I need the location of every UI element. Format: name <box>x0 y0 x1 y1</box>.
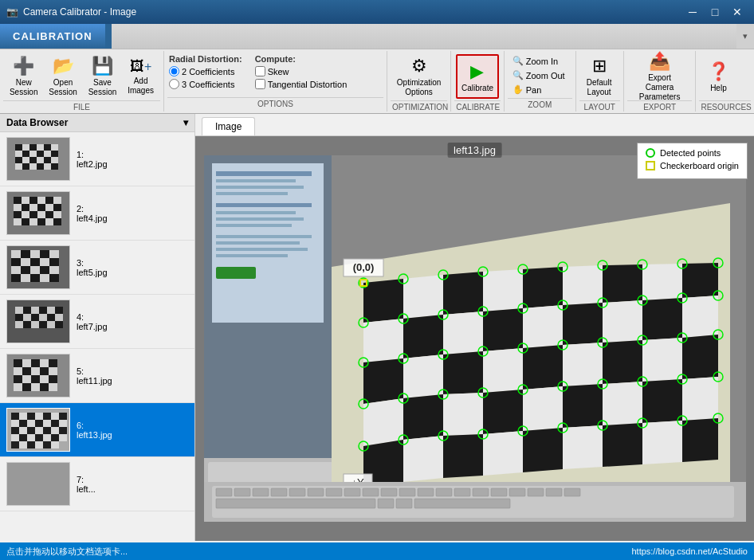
svg-marker-171 <box>563 265 603 305</box>
svg-rect-73 <box>23 307 31 314</box>
list-item[interactable]: 1: left2.jpg <box>0 132 194 186</box>
list-item[interactable]: 7: left... <box>0 457 194 511</box>
options-group-label: OPTIONS <box>167 97 383 110</box>
sidebar-collapse-icon[interactable]: ▾ <box>183 117 188 128</box>
export-group-label: EXPORT <box>627 100 693 113</box>
add-images-button[interactable]: 🖼 + Add Images <box>123 54 159 99</box>
svg-rect-61 <box>11 266 21 274</box>
radio-3coeff[interactable]: 3 Coefficients <box>169 79 242 89</box>
svg-rect-67 <box>21 274 30 282</box>
svg-rect-119 <box>11 420 19 427</box>
svg-rect-19 <box>15 163 22 170</box>
zoom-group-label: ZOOM <box>508 98 572 111</box>
help-label: Help <box>710 84 727 92</box>
svg-rect-109 <box>40 383 49 391</box>
export-camera-button[interactable]: 📤 Export Camera Parameters <box>629 54 691 99</box>
open-session-label: Open Session <box>49 78 77 97</box>
svg-rect-120 <box>19 420 27 427</box>
layout-icon: ⊞ <box>592 56 607 76</box>
svg-rect-101 <box>14 375 22 383</box>
zoom-out-button[interactable]: 🔍 Zoom Out <box>509 69 568 82</box>
svg-rect-132 <box>59 427 67 434</box>
svg-marker-181 <box>603 300 642 343</box>
default-layout-button[interactable]: ⊞ Default Layout <box>581 54 618 99</box>
calibrate-button[interactable]: ▶ Calibrate <box>456 54 499 99</box>
svg-rect-160 <box>216 248 308 251</box>
thumbnail-7 <box>6 462 70 506</box>
svg-rect-126 <box>11 427 19 434</box>
svg-rect-45 <box>22 218 29 225</box>
list-item[interactable]: 5: left11.jpg <box>0 349 194 403</box>
svg-marker-206 <box>523 428 563 472</box>
svg-rect-131 <box>51 427 59 434</box>
image-container: left13.jpg <box>195 136 754 541</box>
svg-rect-145 <box>51 441 59 448</box>
check-tangential-label: Tangential Distortion <box>268 80 348 89</box>
ribbon-group-calibrate: ▶ Calibrate CALIBRATE <box>451 51 505 112</box>
svg-marker-196 <box>483 390 523 434</box>
calibration-tab[interactable]: CALIBRATION <box>0 24 105 49</box>
optimization-options-button[interactable]: ⚙ Optimization Options <box>392 54 446 99</box>
thumbnail-3 <box>6 245 70 289</box>
save-session-label: Save Session <box>88 78 117 97</box>
help-icon: ❓ <box>708 61 729 82</box>
svg-rect-82 <box>47 314 55 321</box>
svg-rect-75 <box>39 307 47 314</box>
svg-rect-102 <box>22 375 31 383</box>
minimize-button[interactable]: ─ <box>682 4 703 20</box>
svg-rect-99 <box>40 367 49 375</box>
svg-rect-104 <box>40 375 49 383</box>
svg-marker-186 <box>443 351 483 394</box>
help-button[interactable]: ❓ Help <box>701 54 736 99</box>
svg-marker-193 <box>363 398 403 446</box>
status-bar: 点击并拖动以移动文档选项卡... https://blog.csdn.net/A… <box>0 542 754 560</box>
check-skew[interactable]: Skew <box>255 66 348 76</box>
save-session-button[interactable]: 💾 Save Session <box>84 54 121 99</box>
tab-image[interactable]: Image <box>202 117 255 135</box>
svg-rect-98 <box>31 367 40 375</box>
radio-2coeff[interactable]: 2 Coefficients <box>169 66 242 76</box>
svg-rect-22 <box>37 163 44 170</box>
open-session-button[interactable]: 📂 Open Session <box>44 54 81 99</box>
zoom-out-icon: 🔍 <box>512 70 524 80</box>
list-item[interactable]: 2: left4.jpg <box>0 186 194 241</box>
check-tangential[interactable]: Tangential Distortion <box>255 79 348 89</box>
svg-rect-108 <box>31 383 40 391</box>
svg-marker-188 <box>523 345 563 390</box>
sidebar-scroll[interactable]: 1: left2.jpg <box>0 132 194 541</box>
list-item[interactable]: 4: left7.jpg <box>0 295 194 349</box>
title-bar: 📷 Camera Calibrator - Image ─ □ ✕ <box>0 0 754 24</box>
new-session-label: New Session <box>10 78 38 97</box>
list-item[interactable]: 3: left5.jpg <box>0 241 194 295</box>
maximize-button[interactable]: □ <box>705 4 725 20</box>
svg-rect-128 <box>27 427 35 434</box>
new-session-button[interactable]: ➕ New Session <box>5 54 42 99</box>
svg-rect-282 <box>473 488 489 496</box>
zoom-in-icon: 🔍 <box>512 56 524 66</box>
svg-marker-179 <box>523 305 563 348</box>
layout-label: Default Layout <box>587 78 612 97</box>
content-area: Image left13.jpg <box>195 114 754 541</box>
svg-rect-144 <box>43 441 51 448</box>
close-button[interactable]: ✕ <box>727 4 748 20</box>
svg-rect-142 <box>27 441 35 448</box>
svg-rect-288 <box>216 499 375 508</box>
zoom-in-button[interactable]: 🔍 Zoom In <box>509 54 561 68</box>
svg-rect-125 <box>59 420 67 427</box>
main-area: Data Browser ▾ <box>0 114 754 541</box>
svg-rect-54 <box>40 250 49 258</box>
svg-rect-86 <box>31 321 39 328</box>
list-item-active[interactable]: 6: left13.jpg <box>0 403 194 457</box>
svg-rect-107 <box>22 383 31 391</box>
svg-rect-44 <box>14 218 22 225</box>
thumbnail-1 <box>6 137 70 181</box>
zoom-out-label: Zoom Out <box>526 71 565 80</box>
svg-rect-2 <box>22 144 29 151</box>
svg-rect-27 <box>22 197 29 204</box>
ribbon-group-zoom: 🔍 Zoom In 🔍 Zoom Out ✋ Pan ZOOM <box>505 51 576 112</box>
svg-marker-197 <box>523 386 563 431</box>
pan-button[interactable]: ✋ Pan <box>509 83 545 96</box>
svg-rect-40 <box>29 211 37 218</box>
ribbon-group-export: 📤 Export Camera Parameters EXPORT <box>624 51 697 112</box>
svg-rect-29 <box>37 197 45 204</box>
